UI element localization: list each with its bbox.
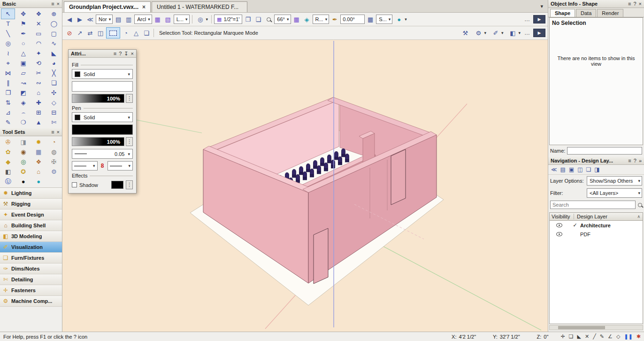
layer-options-dropdown[interactable]: Show/Snap Others▾ xyxy=(587,176,642,186)
pen-angle-icon[interactable]: ✒ xyxy=(330,14,339,24)
layers-icon[interactable]: ▤ xyxy=(114,14,123,24)
rectangular-marquee-mode-button[interactable] xyxy=(106,27,120,39)
object-info-tab[interactable]: Render xyxy=(597,9,623,17)
palette-close-icon[interactable]: × xyxy=(57,1,60,7)
basic-tool-icon[interactable]: T xyxy=(1,19,15,29)
toolset-tool-icon[interactable]: ● xyxy=(17,177,30,186)
room-model[interactable] xyxy=(190,97,444,305)
toolset-tool-icon[interactable]: ◨ xyxy=(17,137,30,147)
fill-color-button[interactable] xyxy=(72,81,133,92)
palette-menu-icon[interactable]: ≡ xyxy=(628,1,631,7)
end-marker-dropdown[interactable]: ▾ xyxy=(107,161,133,170)
toolset-tool-icon[interactable]: ◆ xyxy=(1,157,15,167)
pen-style-dropdown[interactable]: Solid ▾ xyxy=(72,112,133,122)
basic-tool-icon[interactable]: ▲ xyxy=(32,117,45,127)
cube-3d-icon[interactable]: ◈ xyxy=(302,14,312,24)
toolset-tool-icon[interactable]: ✇ xyxy=(1,137,15,147)
pen-opacity-options-icon[interactable]: ⋮ xyxy=(126,137,133,146)
palette-menu-icon[interactable]: ≡ xyxy=(51,1,54,7)
fill-opacity-slider[interactable]: 100% xyxy=(72,94,124,103)
toolset-tool-icon[interactable]: ◉ xyxy=(17,147,30,157)
navigation-tool-icon[interactable]: ▤ xyxy=(560,166,566,173)
palette-help-icon[interactable]: ? xyxy=(633,1,636,7)
toolset-category[interactable]: ✄ Detailing xyxy=(0,274,62,285)
line-weight-dropdown[interactable]: 0.05 ▾ xyxy=(72,149,133,159)
toolset-category[interactable]: ✐ Visualization xyxy=(0,242,62,253)
toolset-tool-icon[interactable]: ✿ xyxy=(1,147,15,157)
basic-tool-icon[interactable]: ∾ xyxy=(32,78,45,88)
pen-color-button[interactable] xyxy=(72,124,133,135)
zoom-dropdown[interactable]: 66°▾ xyxy=(274,15,291,24)
shadow-checkbox[interactable] xyxy=(72,182,77,187)
basic-tool-icon[interactable]: ✦ xyxy=(32,48,45,58)
status-icon[interactable]: ❚❚ xyxy=(624,333,632,340)
render-style-dropdown[interactable]: ●▾ xyxy=(393,15,408,24)
viewport-icon[interactable]: ▦ xyxy=(153,14,162,24)
tab-list-caret-icon[interactable]: ▾ xyxy=(540,3,543,9)
basic-tool-icon[interactable]: ❍ xyxy=(17,117,30,127)
basic-tool-icon[interactable]: ▱ xyxy=(17,68,30,78)
class-sheet-icon[interactable]: ▥ xyxy=(124,14,133,24)
angle-field[interactable]: 0.00° xyxy=(340,15,365,24)
basic-tool-icon[interactable]: ≀ xyxy=(1,48,15,58)
basic-tool-icon[interactable]: △ xyxy=(17,48,30,58)
visibility-eye-icon[interactable] xyxy=(556,223,562,227)
basic-tool-icon[interactable]: ╳ xyxy=(47,68,61,78)
toolset-tool-icon[interactable]: ◍ xyxy=(47,147,61,157)
toolset-category[interactable]: ❏ Furn/Fixtures xyxy=(0,253,62,264)
toolset-tool-icon[interactable]: ◎ xyxy=(17,157,30,167)
basic-tool-icon[interactable]: ✎ xyxy=(1,117,15,127)
class-dropdown[interactable]: Arcl▾ xyxy=(134,15,152,24)
overflow-icon[interactable]: … xyxy=(524,30,530,36)
zoom-page-icon[interactable]: ❏ xyxy=(253,14,263,24)
grid-settings-icon[interactable]: ▦ xyxy=(366,14,375,24)
no-entry-icon[interactable]: ⊘ xyxy=(65,28,74,38)
drawing-canvas[interactable]: Attri... ≡ ? ↧ × Fill Solid ▾ 100% ⋮ Pen xyxy=(62,40,548,332)
fit-page-icon[interactable]: ❐ xyxy=(243,14,253,24)
name-input[interactable] xyxy=(567,147,642,155)
interactive-scale-icon[interactable]: ↗ xyxy=(75,28,84,38)
basic-tool-icon[interactable]: ↖ xyxy=(1,9,15,19)
toolset-category[interactable]: ✦ Event Design xyxy=(0,209,62,220)
basic-tool-icon[interactable]: ◩ xyxy=(17,88,30,98)
toolset-tool-icon[interactable]: Ⓤ xyxy=(1,177,15,186)
toolset-category[interactable]: ◧ 3D Modeling xyxy=(0,231,62,242)
basic-tool-icon[interactable]: ⌂ xyxy=(32,88,45,98)
basic-tool-icon[interactable]: ⇅ xyxy=(1,98,15,108)
palette-help-icon[interactable]: ? xyxy=(634,158,636,163)
tab-close-icon[interactable]: × xyxy=(142,4,146,10)
basic-tool-icon[interactable]: ⟲ xyxy=(32,58,45,68)
shadow-color-swatch[interactable] xyxy=(111,181,123,189)
shadow-options-icon[interactable]: ⋮ xyxy=(126,180,133,189)
toolset-category[interactable]: ⌂ Building Shell xyxy=(0,220,62,231)
toolset-tool-icon[interactable]: ● xyxy=(32,177,45,186)
attribute-brush-dropdown[interactable]: ✐▾ xyxy=(490,28,505,38)
polygon-lasso-mode-icon[interactable]: △ xyxy=(131,28,141,38)
render-mode-dropdown[interactable]: R...▾ xyxy=(313,15,330,24)
basic-tool-icon[interactable]: ◯ xyxy=(47,19,61,29)
basic-tool-icon[interactable]: ⊞ xyxy=(32,108,45,117)
forward-button[interactable]: ▶ xyxy=(75,14,84,24)
status-icon[interactable]: ✛ xyxy=(560,333,565,340)
visibility-column-header[interactable]: Visibility xyxy=(550,214,574,219)
overflow-icon[interactable]: … xyxy=(524,16,530,23)
visibility-eye-icon[interactable] xyxy=(556,232,562,236)
saved-views-icon[interactable]: ≪ xyxy=(85,14,95,24)
scrollbar-thumb[interactable] xyxy=(558,326,605,329)
status-icon[interactable]: ∠ xyxy=(608,333,613,340)
status-icon[interactable]: ✱ xyxy=(636,333,641,340)
attributes-palette-header[interactable]: Attri... ≡ ? ↧ × xyxy=(69,50,136,58)
horizontal-scrollbar[interactable] xyxy=(549,325,643,330)
basic-tool-icon[interactable]: ✣ xyxy=(47,88,61,98)
basic-tool-icon[interactable]: ∥ xyxy=(1,78,15,88)
plan-grid-icon[interactable]: ▦ xyxy=(292,14,301,24)
columns-icon[interactable]: ◫ xyxy=(96,28,105,38)
selection-options-icon[interactable]: ❏ xyxy=(142,28,151,38)
fill-opacity-options-icon[interactable]: ⋮ xyxy=(126,94,133,103)
toolset-category[interactable]: ✑ Dims/Notes xyxy=(0,264,62,274)
toolset-category[interactable]: ⚙ Machine Comp... xyxy=(0,296,62,307)
palette-close-icon[interactable]: × xyxy=(639,1,642,7)
basic-tool-icon[interactable]: ✂ xyxy=(32,68,45,78)
basic-tool-icon[interactable]: ✒ xyxy=(17,29,30,39)
view-orientation-dropdown[interactable]: ◎▾ xyxy=(195,15,209,24)
